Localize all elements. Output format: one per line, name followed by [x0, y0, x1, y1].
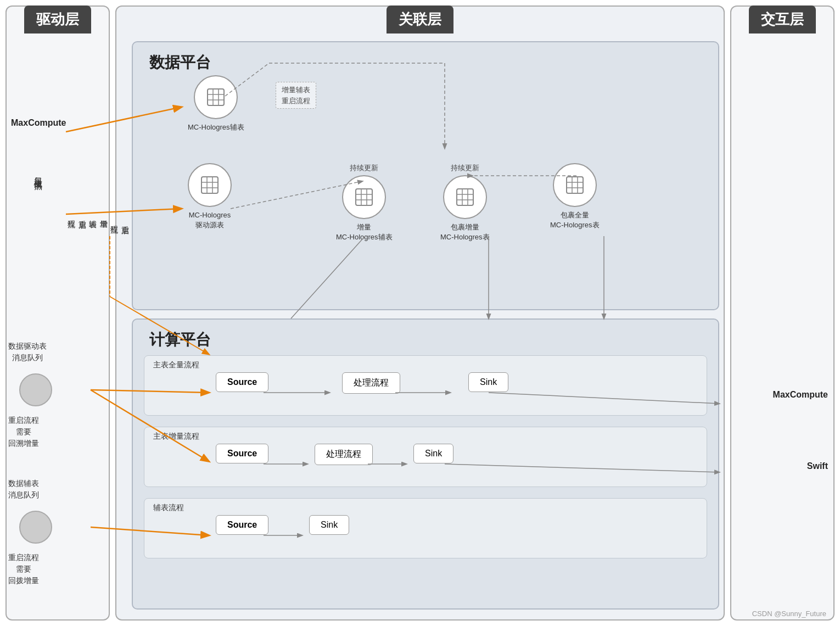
- swift-label: Swift: [807, 461, 828, 471]
- table-icon-5: [565, 175, 585, 195]
- full-flow-label: 主表全量流程: [153, 360, 199, 370]
- wrapped-full-circle: [553, 163, 597, 207]
- aux-table-circle: [19, 511, 52, 544]
- table-icon-2: [200, 175, 220, 195]
- inc-flow-label: 主表增量流程: [153, 432, 199, 441]
- mc-hologres-drive-circle: [188, 163, 232, 207]
- inc-aux-restart-drive-label: 增量辅表重启流程: [66, 214, 109, 215]
- source-inc-node: Source: [216, 444, 268, 463]
- mc-hologres-drive-label: MC-Hologres驱动源表: [189, 210, 231, 230]
- data-platform-label: 数据平台: [149, 52, 211, 73]
- svg-rect-20: [567, 177, 583, 193]
- wrapped-inc-label: 包裹增量MC-Hologres表: [440, 222, 490, 242]
- source-full-node: Source: [216, 372, 268, 392]
- sink-aux-node: Sink: [309, 515, 349, 535]
- drive-table-circle: [19, 373, 52, 406]
- continue-update-1-label: 持续更新: [350, 163, 378, 173]
- aux-flow-section: 辅表流程 Source Sink: [144, 498, 707, 558]
- aux-table-queue-label: 数据辅表消息队列: [8, 478, 39, 501]
- mc-hologres-aux-circle: [194, 75, 238, 119]
- compute-platform-box: 计算平台 主表全量流程 Source 处理流程 Sink 主表增量流程 Sour…: [132, 318, 719, 610]
- inc-mc-hologres-aux-node: 持续更新 增量MC-Hologres辅表: [336, 163, 393, 242]
- daily-snapshot-label: 每日生成快照: [33, 170, 44, 177]
- svg-rect-15: [457, 189, 473, 205]
- drive-layer-header: 驱动层: [24, 5, 91, 33]
- svg-rect-5: [201, 177, 218, 193]
- inc-flow-section: 主表增量流程 Source 处理流程 Sink: [144, 427, 707, 487]
- mc-hologres-drive-node: MC-Hologres驱动源表: [188, 163, 232, 230]
- wrapped-inc-mc-node: 持续更新 包裹增量MC-Hologres表: [440, 163, 490, 242]
- continue-update-2-label: 持续更新: [451, 163, 479, 173]
- restart-flow-2-label: 重启流程需要回拨增量: [8, 552, 39, 586]
- svg-rect-0: [208, 89, 224, 105]
- inc-aux-restart-label: 增量辅表重启流程: [276, 82, 316, 109]
- restart-flow-1-label: 重启流程需要回溯增量: [8, 415, 39, 449]
- wrapped-inc-circle: [443, 175, 487, 219]
- sink-full-node: Sink: [468, 372, 508, 392]
- main-layout: 驱动层 关联层 交互层 数据平台 MC-Hologres辅表 增量辅表重启流程: [0, 0, 840, 626]
- inc-mc-aux-circle: [342, 175, 386, 219]
- table-icon-4: [455, 187, 475, 207]
- process-full-node: 处理流程: [342, 372, 400, 394]
- interact-layer-bg: 交互层: [730, 5, 835, 621]
- source-aux-node: Source: [216, 515, 268, 535]
- mc-hologres-aux-label: MC-Hologres辅表: [188, 122, 244, 132]
- credit-label: CSDN @Sunny_Future: [752, 610, 826, 618]
- table-icon-1: [206, 87, 226, 107]
- max-compute-right-label: MaxCompute: [773, 390, 828, 400]
- svg-rect-10: [356, 189, 372, 205]
- mc-hologres-aux-node: MC-Hologres辅表: [188, 75, 244, 132]
- data-platform-box: 数据平台 MC-Hologres辅表 增量辅表重启流程: [132, 41, 719, 310]
- sink-inc-node: Sink: [413, 444, 453, 463]
- assoc-layer-header: 关联层: [387, 5, 453, 33]
- table-icon-3: [354, 187, 374, 207]
- aux-flow-label: 辅表流程: [153, 503, 184, 513]
- drive-table-queue-label: 数据驱动表消息队列: [8, 340, 47, 364]
- wrapped-full-mc-node: 包裹全量MC-Hologres表: [550, 163, 600, 230]
- compute-platform-label: 计算平台: [149, 329, 211, 350]
- process-inc-node: 处理流程: [315, 444, 373, 465]
- inc-mc-aux-label: 增量MC-Hologres辅表: [336, 222, 393, 242]
- interact-layer-header: 交互层: [749, 5, 816, 33]
- max-compute-top-label: MaxCompute: [11, 118, 66, 128]
- wrapped-full-label: 包裹全量MC-Hologres表: [550, 210, 600, 230]
- full-flow-section: 主表全量流程 Source 处理流程 Sink: [144, 355, 707, 416]
